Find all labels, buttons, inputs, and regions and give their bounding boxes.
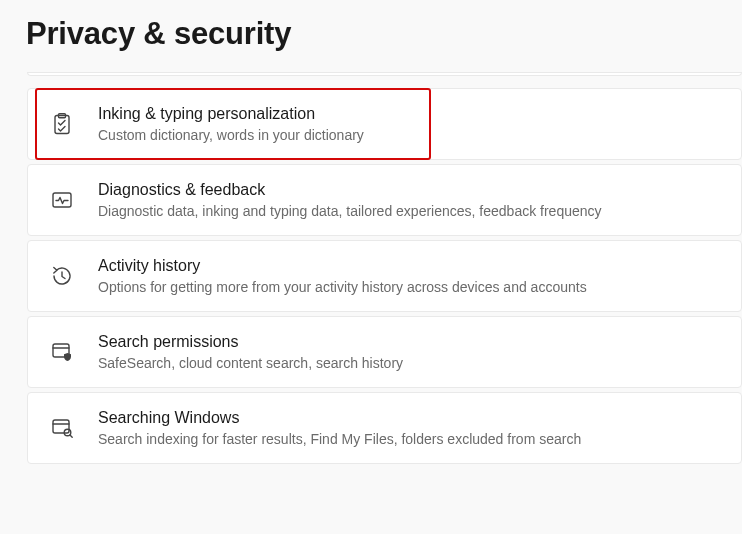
settings-item-searching-windows[interactable]: Searching Windows Search indexing for fa… <box>27 392 742 464</box>
settings-item-title: Activity history <box>98 256 587 277</box>
history-icon <box>50 264 74 288</box>
settings-item-title: Search permissions <box>98 332 403 353</box>
settings-item-subtitle: SafeSearch, cloud content search, search… <box>98 354 403 372</box>
svg-rect-5 <box>53 420 69 433</box>
settings-item-subtitle: Diagnostic data, inking and typing data,… <box>98 202 602 220</box>
activity-icon <box>50 188 74 212</box>
settings-item-activity-history[interactable]: Activity history Options for getting mor… <box>27 240 742 312</box>
settings-item-subtitle: Search indexing for faster results, Find… <box>98 430 581 448</box>
clipboard-check-icon <box>50 112 74 136</box>
settings-item-subtitle: Options for getting more from your activ… <box>98 278 587 296</box>
settings-item-title: Searching Windows <box>98 408 581 429</box>
settings-item-diagnostics-feedback[interactable]: Diagnostics & feedback Diagnostic data, … <box>27 164 742 236</box>
settings-item-search-permissions[interactable]: Search permissions SafeSearch, cloud con… <box>27 316 742 388</box>
window-search-icon <box>50 416 74 440</box>
section-divider <box>27 72 742 76</box>
window-shield-icon <box>50 340 74 364</box>
page-title: Privacy & security <box>26 16 742 52</box>
settings-item-subtitle: Custom dictionary, words in your diction… <box>98 126 364 144</box>
settings-item-title: Diagnostics & feedback <box>98 180 602 201</box>
settings-item-title: Inking & typing personalization <box>98 104 364 125</box>
settings-item-inking-typing[interactable]: Inking & typing personalization Custom d… <box>27 88 742 160</box>
svg-line-8 <box>70 435 72 437</box>
